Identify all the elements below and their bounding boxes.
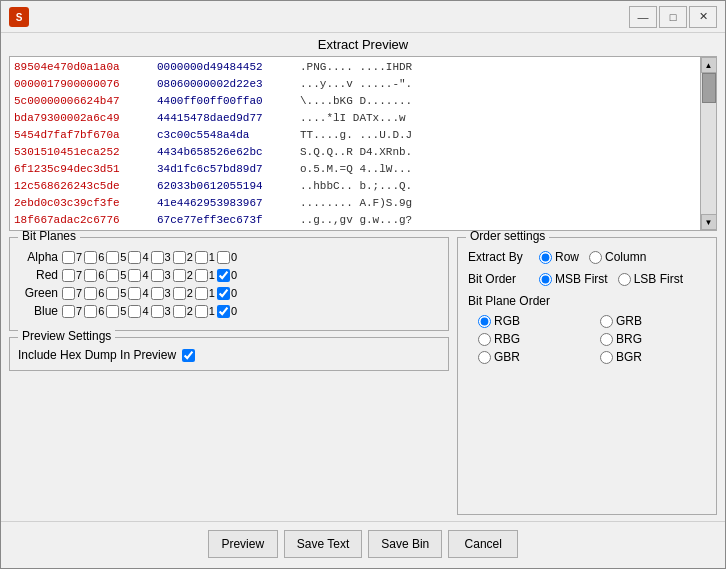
save-bin-button[interactable]: Save Bin [368, 530, 442, 558]
red-0-checkbox[interactable] [217, 269, 230, 282]
lsb-first-radio[interactable] [618, 273, 631, 286]
green-0-checkbox[interactable] [217, 287, 230, 300]
preview-row: 6f1235c94dec3d51 34d1fc6c57bd89d7 o.5.M.… [14, 161, 696, 178]
minimize-button[interactable]: — [629, 6, 657, 28]
red-2-checkbox[interactable] [173, 269, 186, 282]
grb-label: GRB [616, 314, 642, 328]
alpha-5-checkbox[interactable] [106, 251, 119, 264]
green-3-label: 3 [165, 287, 171, 299]
alpha-6-checkbox[interactable] [84, 251, 97, 264]
grb-radio[interactable] [600, 315, 613, 328]
vertical-scrollbar[interactable]: ▲ ▼ [700, 57, 716, 230]
green-7-label: 7 [76, 287, 82, 299]
blue-row: Blue 7 6 5 4 3 2 1 0 [18, 304, 440, 318]
green-5-checkbox[interactable] [106, 287, 119, 300]
extract-by-row-label: Row [555, 250, 579, 264]
gbr-item[interactable]: GBR [478, 350, 584, 364]
preview-row: 5454d7faf7bf670a c3c00c5548a4da TT....g.… [14, 127, 696, 144]
scroll-up-button[interactable]: ▲ [701, 57, 717, 73]
include-hex-label: Include Hex Dump In Preview [18, 348, 176, 362]
bit-order-row: Bit Order MSB First LSB First [468, 272, 706, 286]
red-4-checkbox[interactable] [128, 269, 141, 282]
msb-first-item[interactable]: MSB First [539, 272, 608, 286]
extract-by-column-radio[interactable] [589, 251, 602, 264]
red-0-label: 0 [231, 269, 237, 281]
bit-plane-order-section: Bit Plane Order RGB GRB RBG [468, 294, 706, 364]
brg-radio[interactable] [600, 333, 613, 346]
green-4-label: 4 [142, 287, 148, 299]
red-5-checkbox[interactable] [106, 269, 119, 282]
blue-6-checkbox[interactable] [84, 305, 97, 318]
alpha-0-checkbox[interactable] [217, 251, 230, 264]
dialog-title: Extract Preview [1, 33, 725, 56]
brg-item[interactable]: BRG [600, 332, 706, 346]
green-5-label: 5 [120, 287, 126, 299]
rbg-radio[interactable] [478, 333, 491, 346]
green-0-label: 0 [231, 287, 237, 299]
include-hex-checkbox[interactable] [182, 349, 195, 362]
preview-button[interactable]: Preview [208, 530, 278, 558]
red-7-checkbox[interactable] [62, 269, 75, 282]
green-bit7: 7 [62, 287, 82, 300]
maximize-button[interactable]: □ [659, 6, 687, 28]
rbg-item[interactable]: RBG [478, 332, 584, 346]
order-settings-title: Order settings [466, 231, 549, 243]
bgr-item[interactable]: BGR [600, 350, 706, 364]
green-7-checkbox[interactable] [62, 287, 75, 300]
close-button[interactable]: ✕ [689, 6, 717, 28]
green-3-checkbox[interactable] [151, 287, 164, 300]
green-6-checkbox[interactable] [84, 287, 97, 300]
lsb-first-item[interactable]: LSB First [618, 272, 683, 286]
extract-by-row-item[interactable]: Row [539, 250, 579, 264]
red-row: Red 7 6 5 4 3 2 1 0 [18, 268, 440, 282]
blue-1-checkbox[interactable] [195, 305, 208, 318]
hex-vals: 41e4462953983967 [157, 195, 292, 212]
rgb-item[interactable]: RGB [478, 314, 584, 328]
green-1-checkbox[interactable] [195, 287, 208, 300]
hex-ascii: ..hbbC.. b.;...Q. [300, 178, 412, 195]
extract-by-column-item[interactable]: Column [589, 250, 646, 264]
green-2-checkbox[interactable] [173, 287, 186, 300]
scroll-track[interactable] [701, 73, 716, 214]
alpha-4-checkbox[interactable] [128, 251, 141, 264]
blue-5-checkbox[interactable] [106, 305, 119, 318]
cancel-button[interactable]: Cancel [448, 530, 518, 558]
scroll-down-button[interactable]: ▼ [701, 214, 717, 230]
save-text-button[interactable]: Save Text [284, 530, 362, 558]
msb-first-radio[interactable] [539, 273, 552, 286]
alpha-7-checkbox[interactable] [62, 251, 75, 264]
red-3-checkbox[interactable] [151, 269, 164, 282]
blue-2-checkbox[interactable] [173, 305, 186, 318]
alpha-row: Alpha 7 6 5 4 3 2 1 0 [18, 250, 440, 264]
rgb-radio[interactable] [478, 315, 491, 328]
hex-vals: 0000000d49484452 [157, 59, 292, 76]
alpha-bit2: 2 [173, 251, 193, 264]
blue-4-checkbox[interactable] [128, 305, 141, 318]
alpha-3-checkbox[interactable] [151, 251, 164, 264]
alpha-bit7: 7 [62, 251, 82, 264]
bit-order-label: Bit Order [468, 272, 533, 286]
hex-addr: 12c568626243c5de [14, 178, 149, 195]
alpha-1-checkbox[interactable] [195, 251, 208, 264]
preview-row: 0000017900000076 08060000002d22e3 ...y..… [14, 76, 696, 93]
blue-7-checkbox[interactable] [62, 305, 75, 318]
blue-bit3: 3 [151, 305, 171, 318]
alpha-checkboxes: 7 6 5 4 3 2 1 0 [62, 251, 237, 264]
alpha-2-checkbox[interactable] [173, 251, 186, 264]
rbg-label: RBG [494, 332, 520, 346]
gbr-radio[interactable] [478, 351, 491, 364]
green-4-checkbox[interactable] [128, 287, 141, 300]
hex-vals: 34d1fc6c57bd89d7 [157, 161, 292, 178]
hex-ascii: ...y...v .....-". [300, 76, 412, 93]
blue-3-checkbox[interactable] [151, 305, 164, 318]
red-6-checkbox[interactable] [84, 269, 97, 282]
green-6-label: 6 [98, 287, 104, 299]
blue-0-checkbox[interactable] [217, 305, 230, 318]
extract-by-row-radio[interactable] [539, 251, 552, 264]
grb-item[interactable]: GRB [600, 314, 706, 328]
hex-addr: 2ebd0c03c39cf3fe [14, 195, 149, 212]
bit-planes-title: Bit Planes [18, 231, 80, 243]
bgr-radio[interactable] [600, 351, 613, 364]
red-1-checkbox[interactable] [195, 269, 208, 282]
scroll-thumb[interactable] [702, 73, 716, 103]
